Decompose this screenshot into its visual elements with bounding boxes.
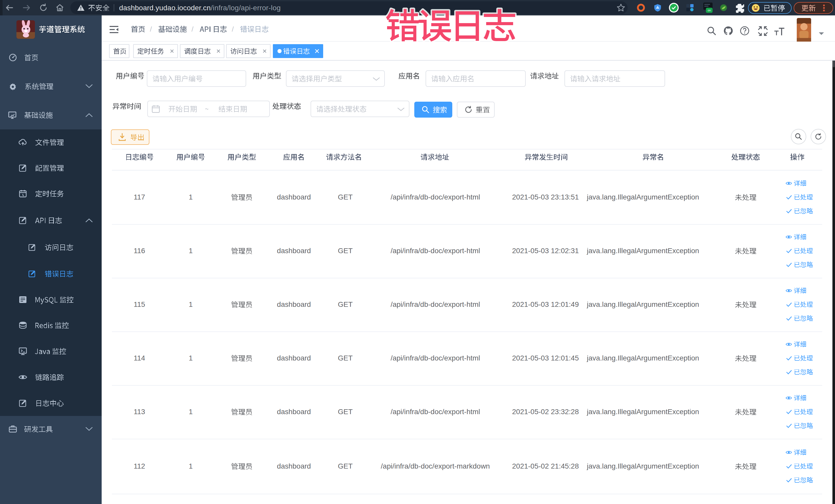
svg-text:on: on (708, 9, 711, 12)
